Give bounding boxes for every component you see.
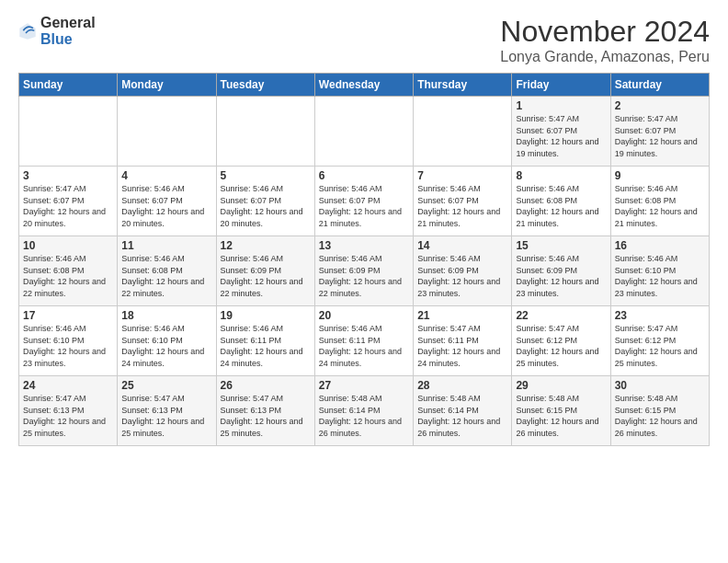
day-number: 2 [615,99,705,112]
day-info: Sunrise: 5:46 AM Sunset: 6:09 PM Dayligh… [417,253,507,299]
calendar-cell [314,97,413,167]
day-number: 15 [516,239,606,252]
calendar-cell: 4Sunrise: 5:46 AM Sunset: 6:07 PM Daylig… [118,167,216,236]
calendar-cell: 8Sunrise: 5:46 AM Sunset: 6:08 PM Daylig… [512,167,610,236]
day-info: Sunrise: 5:47 AM Sunset: 6:13 PM Dayligh… [121,393,211,439]
day-number: 29 [516,379,606,392]
logo: General Blue [18,15,96,48]
day-info: Sunrise: 5:46 AM Sunset: 6:08 PM Dayligh… [121,253,211,299]
day-info: Sunrise: 5:48 AM Sunset: 6:15 PM Dayligh… [516,393,606,439]
calendar-week-row: 1Sunrise: 5:47 AM Sunset: 6:07 PM Daylig… [19,97,710,167]
day-info: Sunrise: 5:46 AM Sunset: 6:10 PM Dayligh… [121,323,211,369]
day-info: Sunrise: 5:46 AM Sunset: 6:09 PM Dayligh… [319,253,409,299]
title-area: November 2024 Lonya Grande, Amazonas, Pe… [500,15,710,65]
calendar-cell: 24Sunrise: 5:47 AM Sunset: 6:13 PM Dayli… [19,376,118,446]
day-number: 20 [319,309,409,322]
calendar-cell: 11Sunrise: 5:46 AM Sunset: 6:08 PM Dayli… [118,236,216,306]
calendar-cell: 22Sunrise: 5:47 AM Sunset: 6:12 PM Dayli… [512,306,610,376]
day-number: 30 [615,379,705,392]
calendar-cell: 3Sunrise: 5:47 AM Sunset: 6:07 PM Daylig… [19,167,118,236]
calendar-cell: 7Sunrise: 5:46 AM Sunset: 6:07 PM Daylig… [414,167,512,236]
day-info: Sunrise: 5:46 AM Sunset: 6:10 PM Dayligh… [615,253,705,299]
calendar-cell: 9Sunrise: 5:46 AM Sunset: 6:08 PM Daylig… [610,167,709,236]
day-number: 4 [121,169,211,182]
calendar-cell: 20Sunrise: 5:46 AM Sunset: 6:11 PM Dayli… [314,306,413,376]
day-info: Sunrise: 5:46 AM Sunset: 6:07 PM Dayligh… [221,183,311,229]
logo-blue: Blue [40,31,73,47]
day-number: 6 [319,169,409,182]
day-number: 10 [23,239,113,252]
day-number: 19 [221,309,311,322]
day-info: Sunrise: 5:46 AM Sunset: 6:07 PM Dayligh… [121,183,211,229]
day-info: Sunrise: 5:46 AM Sunset: 6:08 PM Dayligh… [23,253,113,299]
day-number: 9 [615,169,705,182]
logo-general: General [40,15,96,30]
day-info: Sunrise: 5:47 AM Sunset: 6:07 PM Dayligh… [23,183,113,229]
day-info: Sunrise: 5:46 AM Sunset: 6:07 PM Dayligh… [319,183,409,229]
calendar-cell: 25Sunrise: 5:47 AM Sunset: 6:13 PM Dayli… [118,376,216,446]
day-info: Sunrise: 5:47 AM Sunset: 6:13 PM Dayligh… [23,393,113,439]
calendar-cell: 30Sunrise: 5:48 AM Sunset: 6:15 PM Dayli… [610,376,709,446]
day-number: 26 [221,379,311,392]
day-info: Sunrise: 5:46 AM Sunset: 6:10 PM Dayligh… [23,323,113,369]
day-info: Sunrise: 5:46 AM Sunset: 6:09 PM Dayligh… [221,253,311,299]
generalblue-icon [18,22,37,40]
calendar-cell: 18Sunrise: 5:46 AM Sunset: 6:10 PM Dayli… [118,306,216,376]
calendar-cell: 12Sunrise: 5:46 AM Sunset: 6:09 PM Dayli… [216,236,314,306]
calendar-cell: 26Sunrise: 5:47 AM Sunset: 6:13 PM Dayli… [216,376,314,446]
day-info: Sunrise: 5:46 AM Sunset: 6:08 PM Dayligh… [615,183,705,229]
day-number: 7 [417,169,507,182]
calendar-cell [118,97,216,167]
header-wednesday: Wednesday [314,74,413,97]
day-info: Sunrise: 5:46 AM Sunset: 6:08 PM Dayligh… [516,183,606,229]
day-info: Sunrise: 5:46 AM Sunset: 6:11 PM Dayligh… [319,323,409,369]
calendar-cell: 28Sunrise: 5:48 AM Sunset: 6:14 PM Dayli… [414,376,512,446]
calendar-table: Sunday Monday Tuesday Wednesday Thursday… [18,73,710,446]
calendar-cell: 15Sunrise: 5:46 AM Sunset: 6:09 PM Dayli… [512,236,610,306]
day-info: Sunrise: 5:48 AM Sunset: 6:14 PM Dayligh… [417,393,507,439]
calendar-cell: 23Sunrise: 5:47 AM Sunset: 6:12 PM Dayli… [610,306,709,376]
header-thursday: Thursday [414,74,512,97]
day-number: 27 [319,379,409,392]
calendar-cell [414,97,512,167]
day-number: 22 [516,309,606,322]
calendar-cell: 10Sunrise: 5:46 AM Sunset: 6:08 PM Dayli… [19,236,118,306]
day-number: 24 [23,379,113,392]
day-info: Sunrise: 5:47 AM Sunset: 6:07 PM Dayligh… [516,113,606,159]
calendar-week-row: 24Sunrise: 5:47 AM Sunset: 6:13 PM Dayli… [19,376,710,446]
day-info: Sunrise: 5:46 AM Sunset: 6:07 PM Dayligh… [417,183,507,229]
calendar-cell: 5Sunrise: 5:46 AM Sunset: 6:07 PM Daylig… [216,167,314,236]
calendar-cell: 16Sunrise: 5:46 AM Sunset: 6:10 PM Dayli… [610,236,709,306]
day-number: 5 [221,169,311,182]
header-saturday: Saturday [610,74,709,97]
day-number: 3 [23,169,113,182]
day-info: Sunrise: 5:47 AM Sunset: 6:11 PM Dayligh… [417,323,507,369]
day-number: 23 [615,309,705,322]
calendar-cell: 14Sunrise: 5:46 AM Sunset: 6:09 PM Dayli… [414,236,512,306]
calendar-cell: 27Sunrise: 5:48 AM Sunset: 6:14 PM Dayli… [314,376,413,446]
calendar-cell: 6Sunrise: 5:46 AM Sunset: 6:07 PM Daylig… [314,167,413,236]
day-info: Sunrise: 5:47 AM Sunset: 6:13 PM Dayligh… [221,393,311,439]
day-number: 8 [516,169,606,182]
day-number: 16 [615,239,705,252]
day-number: 1 [516,99,606,112]
page-container: General Blue November 2024 Lonya Grande,… [0,0,728,455]
calendar-cell: 17Sunrise: 5:46 AM Sunset: 6:10 PM Dayli… [19,306,118,376]
calendar-cell: 21Sunrise: 5:47 AM Sunset: 6:11 PM Dayli… [414,306,512,376]
calendar-week-row: 3Sunrise: 5:47 AM Sunset: 6:07 PM Daylig… [19,167,710,236]
calendar-week-row: 10Sunrise: 5:46 AM Sunset: 6:08 PM Dayli… [19,236,710,306]
location-subtitle: Lonya Grande, Amazonas, Peru [500,49,710,65]
calendar-cell: 1Sunrise: 5:47 AM Sunset: 6:07 PM Daylig… [512,97,610,167]
day-number: 17 [23,309,113,322]
day-info: Sunrise: 5:46 AM Sunset: 6:09 PM Dayligh… [516,253,606,299]
header-area: General Blue November 2024 Lonya Grande,… [18,15,710,65]
calendar-cell [19,97,118,167]
calendar-week-row: 17Sunrise: 5:46 AM Sunset: 6:10 PM Dayli… [19,306,710,376]
header-tuesday: Tuesday [216,74,314,97]
day-info: Sunrise: 5:47 AM Sunset: 6:07 PM Dayligh… [615,113,705,159]
day-info: Sunrise: 5:48 AM Sunset: 6:14 PM Dayligh… [319,393,409,439]
day-info: Sunrise: 5:46 AM Sunset: 6:11 PM Dayligh… [221,323,311,369]
day-number: 13 [319,239,409,252]
header-sunday: Sunday [19,74,118,97]
calendar-cell: 2Sunrise: 5:47 AM Sunset: 6:07 PM Daylig… [610,97,709,167]
